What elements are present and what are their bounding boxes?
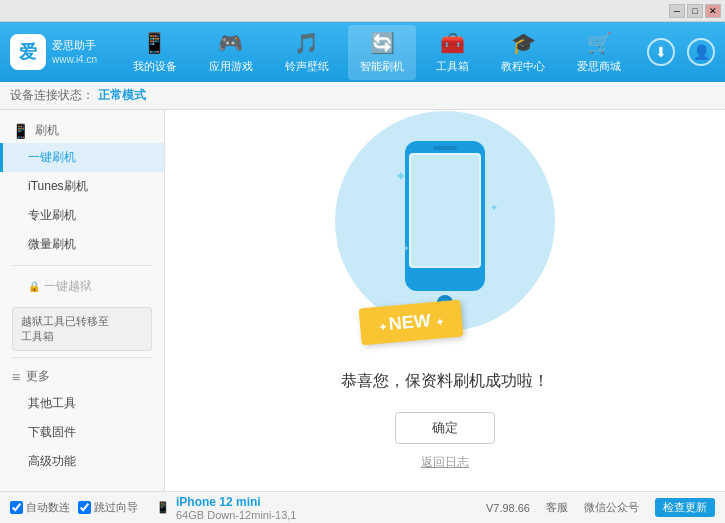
device-name: iPhone 12 mini [176, 495, 296, 509]
version-label: V7.98.66 [486, 502, 530, 514]
nav-label: 应用游戏 [209, 59, 253, 74]
user-button[interactable]: 👤 [687, 38, 715, 66]
status-label: 设备连接状态： [10, 87, 94, 104]
sidebar-section-flash: 📱 刷机 一键刷机 iTunes刷机 专业刷机 微量刷机 [0, 118, 164, 259]
device-icon: 📱 [142, 31, 167, 55]
bottom-left: 自动数连 跳过向导 📱 iPhone 12 mini 64GB Down-12m… [10, 495, 486, 521]
nav-smart-flash[interactable]: 🔄 智能刷机 [348, 25, 416, 80]
one-click-flash-label: 一键刷机 [28, 150, 76, 164]
nav-tutorial[interactable]: 🎓 教程中心 [489, 25, 557, 80]
customer-service-link[interactable]: 客服 [546, 500, 568, 515]
shop-icon: 🛒 [587, 31, 612, 55]
more-section-icon: ≡ [12, 369, 20, 385]
micro-flash-label: 微量刷机 [28, 237, 76, 251]
sidebar-section-more: ≡ 更多 其他工具 下载固件 高级功能 [0, 364, 164, 476]
lock-icon: 🔒 [28, 281, 40, 292]
nav-toolbox[interactable]: 🧰 工具箱 [424, 25, 481, 80]
wechat-link[interactable]: 微信公众号 [584, 500, 639, 515]
nav-wallpaper[interactable]: 🎵 铃声壁纸 [273, 25, 341, 80]
sidebar-item-one-click-flash[interactable]: 一键刷机 [0, 143, 164, 172]
skip-wizard-input[interactable] [78, 501, 91, 514]
wallpaper-icon: 🎵 [294, 31, 319, 55]
advanced-label: 高级功能 [28, 454, 76, 468]
logo: 爱 爱思助手 www.i4.cn [10, 34, 97, 70]
auto-connect-input[interactable] [10, 501, 23, 514]
sidebar-item-other-tools[interactable]: 其他工具 [0, 389, 164, 418]
itunes-flash-label: iTunes刷机 [28, 179, 88, 193]
confirm-button[interactable]: 确定 [395, 412, 495, 444]
flash-section-label: 刷机 [35, 122, 59, 139]
footer: 自动数连 跳过向导 📱 iPhone 12 mini 64GB Down-12m… [0, 491, 725, 523]
device-firmware: Down-12mini-13,1 [207, 509, 296, 521]
smart-flash-icon: 🔄 [370, 31, 395, 55]
nav-label: 教程中心 [501, 59, 545, 74]
logo-name: 爱思助手 [52, 38, 97, 52]
sidebar-more-header[interactable]: ≡ 更多 [0, 364, 164, 389]
sidebar-item-itunes-flash[interactable]: iTunes刷机 [0, 172, 164, 201]
more-section-label: 更多 [26, 368, 50, 385]
device-phone-icon: 📱 [156, 501, 170, 514]
minimize-button[interactable]: ─ [669, 4, 685, 18]
title-bar: ─ □ ✕ [0, 0, 725, 22]
nav-label: 智能刷机 [360, 59, 404, 74]
divider-2 [12, 357, 152, 358]
logo-text: 爱思助手 www.i4.cn [52, 38, 97, 65]
main-layout: 📱 刷机 一键刷机 iTunes刷机 专业刷机 微量刷机 🔒 一键越狱 [0, 110, 725, 491]
nav-label: 铃声壁纸 [285, 59, 329, 74]
sidebar-item-advanced[interactable]: 高级功能 [0, 447, 164, 476]
device-details: iPhone 12 mini 64GB Down-12mini-13,1 [176, 495, 296, 521]
window-controls[interactable]: ─ □ ✕ [669, 4, 721, 18]
jailbreak-note: 越狱工具已转移至工具箱 [12, 307, 152, 351]
sidebar-item-pro-flash[interactable]: 专业刷机 [0, 201, 164, 230]
skip-wizard-checkbox[interactable]: 跳过向导 [78, 500, 138, 515]
divider-1 [12, 265, 152, 266]
sidebar-jailbreak-header[interactable]: 🔒 一键越狱 [0, 272, 164, 301]
toolbox-icon: 🧰 [440, 31, 465, 55]
nav-bar: 📱 我的设备 🎮 应用游戏 🎵 铃声壁纸 🔄 智能刷机 🧰 工具箱 🎓 教程中心… [117, 25, 637, 80]
apps-icon: 🎮 [218, 31, 243, 55]
bottom-bar: 自动数连 跳过向导 📱 iPhone 12 mini 64GB Down-12m… [0, 491, 725, 523]
sidebar-item-download-firmware[interactable]: 下载固件 [0, 418, 164, 447]
status-value: 正常模式 [98, 87, 146, 104]
nav-shop[interactable]: 🛒 爱思商城 [565, 25, 633, 80]
nav-label: 工具箱 [436, 59, 469, 74]
sidebar-item-micro-flash[interactable]: 微量刷机 [0, 230, 164, 259]
content-area: ✦ ✦ ✦ NEW 恭喜您，保资料刷机成功啦！ 确定 返回日志 [165, 110, 725, 491]
svg-rect-5 [411, 155, 479, 266]
back-link[interactable]: 返回日志 [421, 454, 469, 471]
logo-url: www.i4.cn [52, 53, 97, 66]
skip-wizard-label: 跳过向导 [94, 500, 138, 515]
nav-my-device[interactable]: 📱 我的设备 [121, 25, 189, 80]
flash-section-icon: 📱 [12, 123, 29, 139]
new-badge-text: NEW [388, 310, 432, 334]
svg-text:✦: ✦ [395, 168, 407, 184]
download-button[interactable]: ⬇ [647, 38, 675, 66]
auto-connect-checkbox[interactable]: 自动数连 [10, 500, 70, 515]
success-message: 恭喜您，保资料刷机成功啦！ [341, 371, 549, 392]
bottom-right: V7.98.66 客服 微信公众号 检查更新 [486, 498, 715, 517]
svg-text:✦: ✦ [490, 202, 498, 213]
logo-icon: 爱 [10, 34, 46, 70]
sidebar: 📱 刷机 一键刷机 iTunes刷机 专业刷机 微量刷机 🔒 一键越狱 [0, 110, 165, 491]
check-update-button[interactable]: 检查更新 [655, 498, 715, 517]
download-firmware-label: 下载固件 [28, 425, 76, 439]
auto-connect-label: 自动数连 [26, 500, 70, 515]
close-button[interactable]: ✕ [705, 4, 721, 18]
confirm-label: 确定 [432, 419, 458, 437]
svg-text:✦: ✦ [403, 244, 410, 253]
sidebar-section-jailbreak: 🔒 一键越狱 越狱工具已转移至工具箱 [0, 272, 164, 351]
phone-illustration: ✦ ✦ ✦ NEW [355, 131, 535, 351]
status-bar: 设备连接状态： 正常模式 [0, 82, 725, 110]
jailbreak-label: 一键越狱 [44, 278, 92, 295]
tutorial-icon: 🎓 [511, 31, 536, 55]
pro-flash-label: 专业刷机 [28, 208, 76, 222]
other-tools-label: 其他工具 [28, 396, 76, 410]
header-actions: ⬇ 👤 [647, 38, 715, 66]
maximize-button[interactable]: □ [687, 4, 703, 18]
nav-apps[interactable]: 🎮 应用游戏 [197, 25, 265, 80]
device-info: 📱 iPhone 12 mini 64GB Down-12mini-13,1 [156, 495, 296, 521]
header: 爱 爱思助手 www.i4.cn 📱 我的设备 🎮 应用游戏 🎵 铃声壁纸 🔄 … [0, 22, 725, 82]
logo-char: 爱 [19, 40, 37, 64]
nav-label: 爱思商城 [577, 59, 621, 74]
sidebar-flash-header[interactable]: 📱 刷机 [0, 118, 164, 143]
